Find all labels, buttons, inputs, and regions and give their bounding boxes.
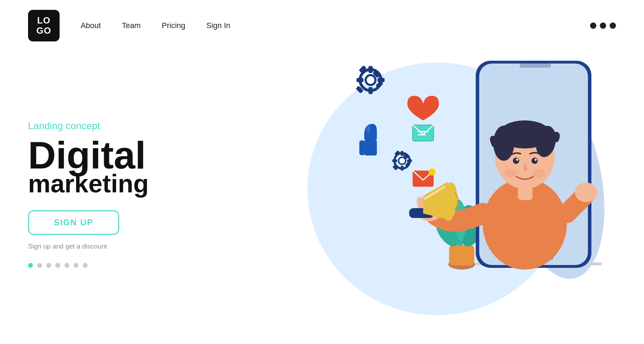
svg-rect-66 [407,159,412,162]
dot-2 [600,22,606,29]
svg-rect-65 [401,166,404,171]
svg-point-31 [493,126,514,161]
logo-text: LOGO [36,15,51,35]
page-dot-2[interactable] [37,263,42,268]
svg-rect-51 [368,66,373,73]
dot-1 [590,22,596,29]
illustration-svg [251,41,619,340]
signup-button[interactable]: SIGN UP [28,210,119,235]
headline-marketing: marketing [28,171,210,196]
svg-rect-59 [364,140,377,156]
svg-rect-64 [401,151,404,156]
svg-point-33 [513,158,519,164]
page-dot-4[interactable] [55,263,60,268]
svg-rect-18 [449,245,474,265]
svg-rect-27 [520,64,551,68]
hero-illustration [210,41,616,340]
svg-rect-75 [418,134,426,135]
svg-rect-52 [368,87,373,94]
svg-rect-60 [359,140,365,155]
svg-point-77 [428,168,435,176]
nav-signin[interactable]: Sign In [206,21,231,30]
svg-point-63 [399,157,406,164]
svg-rect-67 [392,159,397,162]
logo[interactable]: LOGO [28,10,60,41]
svg-rect-54 [357,78,364,82]
page-dot-5[interactable] [65,263,69,268]
pagination [28,263,210,268]
svg-point-48 [575,183,597,202]
page-dot-1[interactable] [28,263,33,268]
nav-pricing[interactable]: Pricing [162,21,185,30]
svg-rect-74 [418,131,429,132]
svg-rect-61 [367,126,370,133]
nav-about[interactable]: About [81,21,101,30]
hero-left: Landing concept Digital marketing SIGN U… [28,113,210,268]
page-dot-7[interactable] [83,263,88,268]
nav-team[interactable]: Team [122,21,141,30]
more-options[interactable] [590,22,616,29]
svg-point-36 [535,159,537,161]
headline-digital: Digital [28,136,210,174]
dot-3 [610,22,616,29]
page-dot-3[interactable] [46,263,51,268]
svg-point-38 [533,169,545,177]
svg-point-34 [531,158,538,164]
main-content: Landing concept Digital marketing SIGN U… [0,41,644,340]
svg-point-37 [504,169,517,177]
landing-label: Landing concept [28,120,210,132]
page-dot-6[interactable] [74,263,79,268]
svg-point-35 [516,159,518,161]
svg-point-50 [366,75,375,85]
svg-rect-39 [518,186,533,200]
main-nav: About Team Pricing Sign In [81,21,230,30]
discount-text: Sign up and get a discount [28,243,210,250]
